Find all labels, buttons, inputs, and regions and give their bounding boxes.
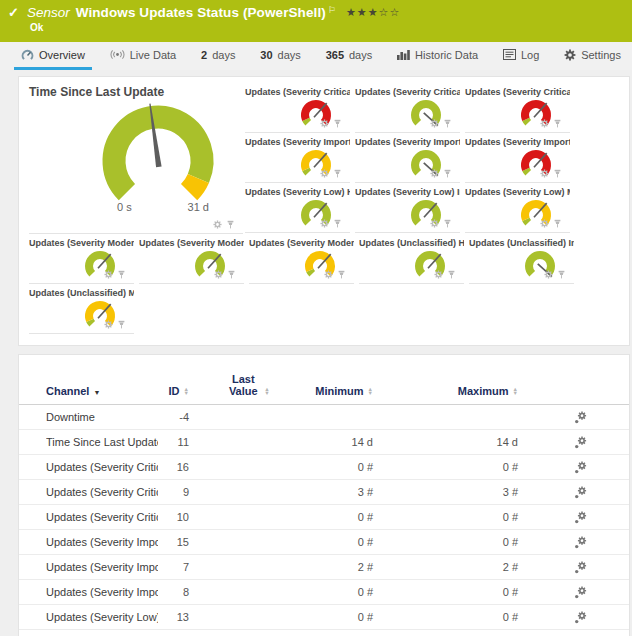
channel-id: 10 [158,511,189,523]
tab-log[interactable]: Log [496,42,546,70]
sort-icon[interactable]: ▲▼ [368,387,373,396]
pin-icon[interactable] [337,270,346,279]
gauge-cell-actions [104,320,126,329]
maximum-value: 0 # [373,511,518,523]
channel-settings-icon[interactable] [574,436,587,449]
gear-icon[interactable] [540,169,549,178]
flag-icon[interactable]: ⚐ [328,5,336,15]
sort-icon[interactable]: ▼ [93,389,100,396]
gear-icon[interactable] [430,119,439,128]
priority-stars[interactable]: ★★★☆☆ [346,6,400,19]
object-kind-label: Sensor [27,5,70,20]
table-row[interactable]: Updates (Severity Critic...93 #3 # [19,480,629,505]
channel-id: 15 [158,536,189,548]
gear-icon[interactable] [320,169,329,178]
gear-icon[interactable] [214,270,223,279]
minimum-value: 0 # [307,511,373,523]
channel-settings-cell [518,411,629,424]
channel-settings-icon[interactable] [574,511,587,524]
channel-settings-icon[interactable] [574,411,587,424]
tab-num: 30 [260,49,272,61]
pin-icon[interactable] [443,119,452,128]
column-header-maximum[interactable]: Maximum▲▼ [373,385,518,397]
tab-historic-data[interactable]: Historic Data [390,42,485,70]
table-row[interactable]: Time Since Last Update1114 d14 d [19,430,629,455]
channels-table: Channel▼ID▲▼Last Value▲▼Minimum▲▼Maximum… [19,373,629,636]
channel-settings-icon[interactable] [574,486,587,499]
gear-icon[interactable] [320,219,329,228]
gauge-cell: Updates (Severity Critical) Hi... [245,83,350,133]
minimum-value: 0 # [307,586,373,598]
maximum-value: 0 # [373,461,518,473]
table-row[interactable]: Updates (Severity Impo...150 #0 # [19,530,629,555]
sort-icon[interactable]: ▲▼ [184,387,189,396]
gear-icon[interactable] [430,219,439,228]
tab-365-days[interactable]: 365days [319,42,380,70]
gauge-title: Updates (Severity Low) Hidden [245,187,350,197]
sort-icon[interactable]: ▲▼ [264,387,269,396]
channel-settings-icon[interactable] [574,561,587,574]
gear-icon[interactable] [430,169,439,178]
channel-settings-icon[interactable] [574,461,587,474]
table-row[interactable]: Updates (Severity Low) ...30 #0 # [19,630,629,636]
table-row[interactable]: Downtime-4 [19,405,629,430]
gauge-cell: Updates (Severity Moderate) ... [29,234,134,284]
pin-icon[interactable] [227,270,236,279]
tab-live-data[interactable]: Live Data [103,42,183,70]
gear-icon[interactable] [434,270,443,279]
column-header-last-value[interactable]: Last Value▲▼ [189,373,307,397]
column-label: Last Value [226,373,260,397]
table-row[interactable]: Updates (Severity Low) ...130 #0 # [19,605,629,630]
gauge-title: Updates (Unclassified) Missing [29,288,134,298]
gear-icon[interactable] [104,270,113,279]
column-header-id[interactable]: ID▲▼ [158,385,189,397]
gauge-cell-actions [544,270,566,279]
gauge-arc [83,95,233,213]
pin-icon[interactable] [333,219,342,228]
tab-overview[interactable]: Overview [14,42,92,70]
sort-icon[interactable]: ▲▼ [513,387,518,396]
tab-settings[interactable]: Settings [557,42,628,70]
gear-icon[interactable] [540,219,549,228]
column-header-minimum[interactable]: Minimum▲▼ [307,385,373,397]
gear-icon[interactable] [324,270,333,279]
gauge-title: Updates (Severity Moderate) I... [139,238,244,248]
tab-30-days[interactable]: 30days [253,42,308,70]
gauge-title: Updates (Severity Important) ... [355,137,460,147]
pin-icon[interactable] [443,219,452,228]
minimum-value: 2 # [307,561,373,573]
column-label: ID [169,385,180,397]
table-row[interactable]: Updates (Severity Critic...100 #0 # [19,505,629,530]
gear-icon[interactable] [104,320,113,329]
gear-icon[interactable] [540,119,549,128]
gauge-title: Updates (Severity Moderate) ... [249,238,354,248]
pin-icon[interactable] [553,219,562,228]
pin-icon[interactable] [333,119,342,128]
channel-settings-icon[interactable] [574,586,587,599]
gauge-cell: Updates (Severity Low) Hidden [245,183,350,233]
pin-icon[interactable] [553,119,562,128]
pin-icon[interactable] [117,270,126,279]
pin-icon[interactable] [447,270,456,279]
pin-icon[interactable] [553,169,562,178]
pin-icon[interactable] [333,169,342,178]
tab-2-days[interactable]: 2days [194,42,242,70]
gauge-cell-actions [104,270,126,279]
gear-icon[interactable] [544,270,553,279]
gauge-cell-actions [213,220,235,229]
status-ok-icon: ✓ [8,5,19,20]
gear-icon[interactable] [213,220,222,229]
column-header-channel[interactable]: Channel▼ [46,385,158,397]
table-row[interactable]: Updates (Severity Critic...160 #0 # [19,455,629,480]
pin-icon[interactable] [117,320,126,329]
channel-settings-icon[interactable] [574,536,587,549]
gauge-cell-actions [320,219,342,228]
channel-settings-icon[interactable] [574,611,587,624]
table-row[interactable]: Updates (Severity Impo...80 #0 # [19,580,629,605]
pin-icon[interactable] [443,169,452,178]
gear-icon[interactable] [320,119,329,128]
pin-icon[interactable] [557,270,566,279]
pin-icon[interactable] [226,220,235,229]
chart-icon [397,49,410,60]
table-row[interactable]: Updates (Severity Impo...72 #2 # [19,555,629,580]
